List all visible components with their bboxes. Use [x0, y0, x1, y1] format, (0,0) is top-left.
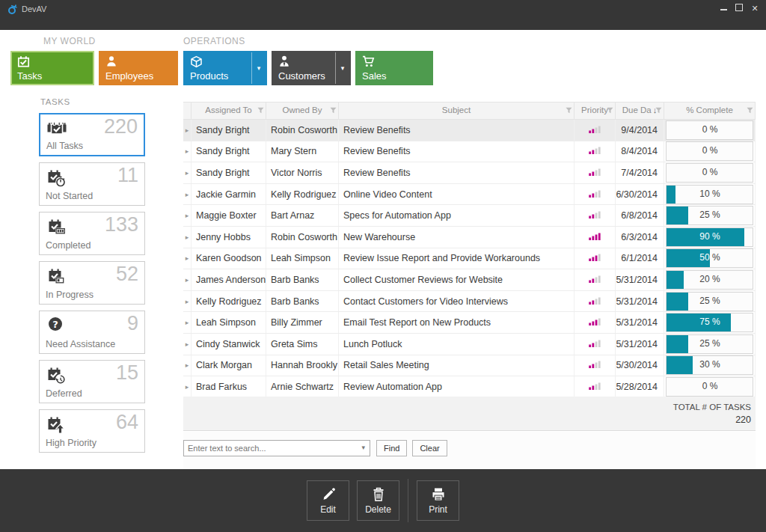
table-row[interactable]: ▸Leah SimpsonBilly ZimmerEmail Test Repo…: [183, 312, 756, 334]
table-row[interactable]: ▸Brad FarkusArnie SchwartzReview Automat…: [183, 376, 756, 398]
sidebar-item-in-progress[interactable]: 52In Progress: [39, 261, 145, 305]
deferred-icon: [46, 365, 67, 388]
cell-subject: Specs for Automation App: [339, 205, 574, 226]
row-expand-icon[interactable]: ▸: [183, 205, 192, 226]
sidebar-item-count: 52: [116, 263, 138, 286]
column-header-priority[interactable]: Priority: [574, 103, 616, 119]
table-row[interactable]: ▸Karen GoodsonLeah SimpsonReview Issue R…: [183, 248, 756, 270]
toolbar-edit-button[interactable]: Edit: [307, 480, 349, 521]
cell-priority: [574, 334, 616, 355]
sidebar-item-high-priority[interactable]: 64High Priority: [39, 409, 145, 453]
table-row[interactable]: ▸Jenny HobbsRobin CosworthNew Warehourse…: [183, 227, 756, 248]
nav-tile-products[interactable]: Products▾: [183, 51, 267, 85]
column-header-due-da[interactable]: Due Da↓: [616, 103, 664, 119]
maximize-button[interactable]: [734, 3, 744, 13]
table-row[interactable]: ▸Sandy BrightRobin CosworthReview Benefi…: [183, 120, 756, 141]
clear-button[interactable]: Clear: [412, 440, 447, 456]
sidebar-item-all-tasks[interactable]: 220All Tasks: [39, 113, 145, 156]
sidebar-item-not-started[interactable]: 11Not Started: [39, 162, 145, 206]
cell-owned-by: Kelly Rodriguez: [266, 184, 339, 205]
cell-assigned-to: Maggie Boxter: [192, 205, 266, 226]
percent-complete-bar: 50 %: [667, 249, 710, 267]
nav-tile-tasks[interactable]: Tasks: [10, 51, 94, 85]
search-input[interactable]: [184, 441, 357, 455]
row-expand-icon[interactable]: ▸: [183, 291, 192, 312]
cell-owned-by: Barb Banks: [266, 269, 339, 290]
percent-complete-box: 25 %25 %: [666, 206, 753, 225]
row-expand-icon[interactable]: ▸: [183, 376, 192, 397]
row-expand-icon[interactable]: ▸: [183, 162, 192, 183]
cell-percent-complete: 25 %25 %: [664, 291, 756, 312]
row-expand-icon[interactable]: ▸: [183, 141, 192, 162]
search-band: ▾ Find Clear: [183, 432, 756, 469]
nav-tile-dropdown[interactable]: ▾: [251, 52, 266, 84]
cell-subject: Collect Customer Reviews for Website: [339, 269, 574, 290]
sidebar-item-deferred[interactable]: 15Deferred: [39, 360, 145, 403]
svg-text:?: ?: [52, 319, 58, 330]
sidebar-item-completed[interactable]: 133Completed: [39, 212, 145, 255]
row-expand-icon[interactable]: ▸: [183, 227, 192, 248]
cell-assigned-to: Jenny Hobbs: [192, 227, 266, 248]
row-expand-icon[interactable]: ▸: [183, 184, 192, 205]
filter-funnel-icon[interactable]: [607, 103, 613, 119]
row-expand-icon[interactable]: ▸: [183, 269, 192, 290]
filter-funnel-icon[interactable]: [330, 103, 337, 119]
delete-trash-icon: [370, 486, 387, 503]
row-expand-icon[interactable]: ▸: [183, 334, 192, 355]
table-row[interactable]: ▸Kelly RodriguezBarb BanksContact Custom…: [183, 291, 756, 313]
percent-complete-bar: 25 %: [667, 293, 688, 311]
nav-tile-sales[interactable]: Sales: [355, 51, 433, 85]
table-row[interactable]: ▸James AndersonBarb BanksCollect Custome…: [183, 269, 756, 291]
filter-funnel-icon[interactable]: [566, 103, 572, 119]
find-button[interactable]: Find: [376, 440, 407, 456]
nav-tile-customers[interactable]: Customers▾: [272, 51, 351, 85]
nav-tile-main: Tasks: [12, 52, 93, 84]
percent-complete-value: 0 %: [667, 121, 753, 138]
priority-bars-icon: [589, 382, 601, 392]
percent-complete-bar: 20 %: [667, 271, 684, 289]
sidebar-item-need-assistance[interactable]: ?9Need Assistance: [39, 311, 145, 354]
completed-icon: [46, 217, 67, 240]
cell-priority: [574, 141, 616, 162]
cell-subject: New Warehourse: [339, 227, 574, 248]
toolbar-button-label: Edit: [320, 504, 336, 515]
percent-complete-box: 10 %10 %: [666, 185, 753, 204]
percent-complete-bar: 90 %: [667, 228, 744, 246]
row-expand-icon[interactable]: ▸: [183, 355, 192, 376]
close-button[interactable]: ✕: [750, 3, 760, 13]
percent-complete-box: 25 %25 %: [666, 334, 753, 354]
table-row[interactable]: ▸Sandy BrightVictor NorrisReview Benefit…: [183, 162, 756, 184]
percent-complete-box: 30 %30 %: [666, 355, 753, 375]
cell-owned-by: Robin Cosworth: [266, 227, 339, 248]
percent-complete-value: 20 %: [667, 271, 684, 287]
table-row[interactable]: ▸Clark MorganHannah BrooklyRetail Sales …: [183, 355, 756, 377]
table-row[interactable]: ▸Cindy StanwickGreta SimsLunch Potluck5/…: [183, 334, 756, 355]
table-row[interactable]: ▸Maggie BoxterBart ArnazSpecs for Automa…: [183, 205, 756, 227]
row-expand-icon[interactable]: ▸: [183, 312, 192, 333]
cell-priority: [574, 120, 616, 141]
cell-due-date: 6/1/2014: [616, 248, 664, 269]
nav-tile-dropdown[interactable]: ▾: [335, 52, 349, 84]
percent-complete-box: 20 %20 %: [666, 270, 753, 290]
row-expand-icon[interactable]: ▸: [183, 248, 192, 269]
cell-subject: Lunch Potluck: [339, 334, 574, 355]
column-header-complete[interactable]: % Complete: [664, 103, 756, 119]
toolbar-print-button[interactable]: Print: [417, 480, 459, 521]
minimize-button[interactable]: [718, 3, 729, 13]
column-header-owned-by[interactable]: Owned By: [266, 103, 339, 119]
nav-tile-employees[interactable]: Employees: [99, 51, 178, 85]
row-expand-icon[interactable]: ▸: [183, 120, 192, 141]
filter-funnel-icon[interactable]: [257, 103, 264, 119]
chevron-down-icon[interactable]: ▾: [361, 444, 365, 451]
filter-funnel-icon[interactable]: [747, 103, 753, 119]
column-header-subject[interactable]: Subject: [339, 103, 574, 119]
in-progress-icon: [46, 266, 67, 290]
column-header-assigned-to[interactable]: Assigned To: [192, 103, 266, 119]
sidebar-item-label: Completed: [46, 240, 91, 251]
table-row[interactable]: ▸Sandy BrightMary SternReview Benefits8/…: [183, 141, 756, 163]
table-row[interactable]: ▸Jackie GarminKelly RodriguezOnline Vide…: [183, 184, 756, 206]
percent-complete-value: 10 %: [667, 186, 675, 202]
filter-funnel-icon[interactable]: [655, 103, 662, 119]
toolbar-delete-button[interactable]: Delete: [357, 480, 399, 521]
bottom-toolbar: EditDeletePrint: [0, 469, 766, 532]
